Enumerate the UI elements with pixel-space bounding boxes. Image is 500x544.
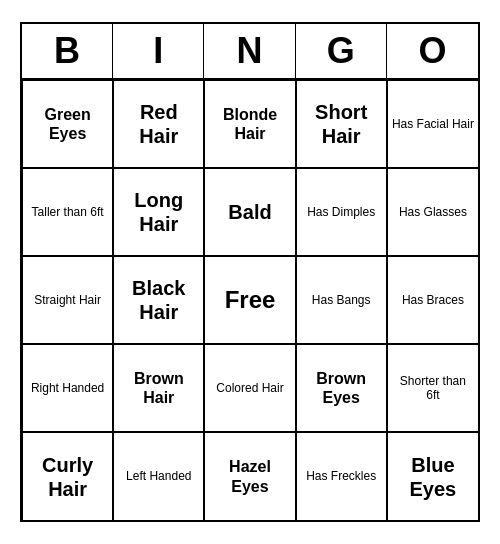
bingo-cell-23[interactable]: Has Freckles <box>296 432 387 520</box>
header-letter-o: O <box>387 24 478 78</box>
bingo-cell-16[interactable]: Brown Hair <box>113 344 204 432</box>
bingo-cell-4[interactable]: Has Facial Hair <box>387 80 478 168</box>
bingo-cell-17[interactable]: Colored Hair <box>204 344 295 432</box>
bingo-cell-13[interactable]: Has Bangs <box>296 256 387 344</box>
bingo-cell-19[interactable]: Shorter than 6ft <box>387 344 478 432</box>
bingo-cell-21[interactable]: Left Handed <box>113 432 204 520</box>
bingo-header: BINGO <box>22 24 478 80</box>
bingo-cell-2[interactable]: Blonde Hair <box>204 80 295 168</box>
bingo-cell-18[interactable]: Brown Eyes <box>296 344 387 432</box>
bingo-cell-9[interactable]: Has Glasses <box>387 168 478 256</box>
header-letter-n: N <box>204 24 295 78</box>
bingo-cell-8[interactable]: Has Dimples <box>296 168 387 256</box>
bingo-cell-5[interactable]: Taller than 6ft <box>22 168 113 256</box>
bingo-cell-0[interactable]: Green Eyes <box>22 80 113 168</box>
header-letter-b: B <box>22 24 113 78</box>
bingo-cell-20[interactable]: Curly Hair <box>22 432 113 520</box>
bingo-cell-11[interactable]: Black Hair <box>113 256 204 344</box>
header-letter-i: I <box>113 24 204 78</box>
bingo-cell-24[interactable]: Blue Eyes <box>387 432 478 520</box>
bingo-cell-1[interactable]: Red Hair <box>113 80 204 168</box>
bingo-grid: Green EyesRed HairBlonde HairShort HairH… <box>22 80 478 520</box>
bingo-cell-3[interactable]: Short Hair <box>296 80 387 168</box>
bingo-cell-7[interactable]: Bald <box>204 168 295 256</box>
bingo-cell-6[interactable]: Long Hair <box>113 168 204 256</box>
bingo-cell-15[interactable]: Right Handed <box>22 344 113 432</box>
header-letter-g: G <box>296 24 387 78</box>
bingo-cell-12[interactable]: Free <box>204 256 295 344</box>
bingo-cell-22[interactable]: Hazel Eyes <box>204 432 295 520</box>
bingo-cell-14[interactable]: Has Braces <box>387 256 478 344</box>
bingo-cell-10[interactable]: Straight Hair <box>22 256 113 344</box>
bingo-card: BINGO Green EyesRed HairBlonde HairShort… <box>20 22 480 522</box>
